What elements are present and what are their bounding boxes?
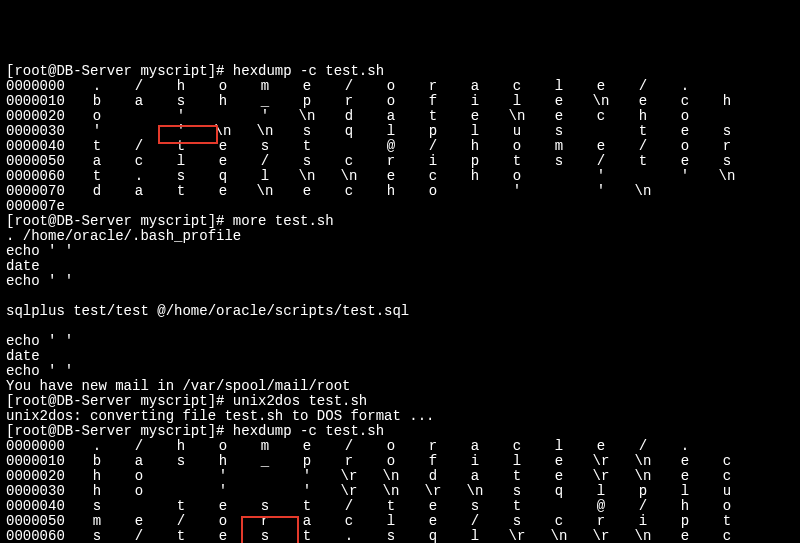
hex-char: ' [286,469,328,484]
hex-char: ' [76,124,118,139]
hex-char: \n [454,484,496,499]
hex-char: / [622,79,664,94]
hex-char: / [580,154,622,169]
hex-char: c [118,154,160,169]
hex-char: \n [370,484,412,499]
hex-char: ' [664,169,706,184]
hexdump-row: 0000030''\n\nsqlplustes [6,124,794,139]
hex-char: c [580,109,622,124]
hex-char: s [496,484,538,499]
hex-chars: ''\n\nsqlplustes [76,123,748,139]
hex-char: h [202,94,244,109]
hex-char: f [412,94,454,109]
hex-char: \r [580,469,622,484]
hex-char: e [202,154,244,169]
hex-address: 0000030 [6,124,76,139]
hex-char: e [370,169,412,184]
hex-char: e [412,499,454,514]
hex-char: f [412,454,454,469]
hex-char: q [202,169,244,184]
hexdump-row: 0000040stest/test@/ho [6,499,794,514]
hex-chars: bash_profile\r\nec [76,453,748,469]
hex-char: . [118,169,160,184]
hex-char: . [76,79,118,94]
hex-char: h [76,469,118,484]
hex-char: r [706,139,748,154]
hex-char: i [454,454,496,469]
script-line: sqlplus test/test @/home/oracle/scripts/… [6,304,794,319]
hex-char: o [496,139,538,154]
hex-chars: t/test@/home/or [76,138,748,154]
hex-char: e [538,469,580,484]
hex-char: ' [202,469,244,484]
hex-chars: ./home/oracle/. [76,78,706,94]
hex-char: l [454,124,496,139]
hex-char: i [454,94,496,109]
hex-char: l [580,484,622,499]
hex-char: / [244,154,286,169]
hex-char: e [286,79,328,94]
hex-char: h [622,109,664,124]
hex-char: s [244,139,286,154]
hex-char: t [496,469,538,484]
hex-char: e [286,184,328,199]
mail-notice: You have new mail in /var/spool/mail/roo… [6,379,794,394]
hex-address: 0000000 [6,439,76,454]
hex-char: h [160,79,202,94]
hexdump-row: 0000050acle/scripts/tes [6,154,794,169]
hex-char: . [76,439,118,454]
hex-char: e [202,529,244,543]
hex-char: e [538,94,580,109]
hex-char: / [118,529,160,543]
hex-char: r [370,154,412,169]
hex-char: o [370,439,412,454]
hex-char: p [286,454,328,469]
hex-char: t [76,139,118,154]
hex-char: / [622,499,664,514]
hex-char: t [496,499,538,514]
hex-char: . [328,529,370,543]
hex-address: 0000010 [6,94,76,109]
hex-char: o [370,79,412,94]
hex-address: 0000060 [6,169,76,184]
hex-chars: me/oracle/script [76,513,748,529]
hex-char: t [286,499,328,514]
hex-char: m [244,439,286,454]
hex-char: c [706,469,748,484]
hex-char: l [496,454,538,469]
hex-char: \r [580,529,622,543]
hexdump-row: 0000020ho''\r\ndate\r\nec [6,469,794,484]
hex-char: \n [622,184,664,199]
hex-char: . [664,79,706,94]
script-line: date [6,259,794,274]
hexdump-row: 0000010bash_profile\r\nec [6,454,794,469]
hex-char: _ [244,94,286,109]
hex-char: o [370,454,412,469]
hex-char: a [118,454,160,469]
hex-char: @ [580,499,622,514]
hex-char: i [412,154,454,169]
hex-char: / [454,514,496,529]
hex-char: l [538,439,580,454]
hexdump-row: 000007e [6,199,794,214]
hex-char: r [328,94,370,109]
hex-char: d [412,469,454,484]
hex-char: t [370,499,412,514]
hex-char: e [202,499,244,514]
hex-char: h [706,94,748,109]
hex-char: ' [496,184,538,199]
hex-char: l [160,154,202,169]
hex-char: t [622,154,664,169]
hex-char: \n [622,529,664,543]
hex-char: h [664,499,706,514]
hex-char: a [118,94,160,109]
hex-chars: ho''\r\ndate\r\nec [76,468,748,484]
hex-char: h [370,184,412,199]
hex-char: c [706,529,748,543]
hex-char: t [496,154,538,169]
hex-char: o [118,469,160,484]
hex-char: h [160,439,202,454]
hex-char: o [76,109,118,124]
hex-char: \n [496,109,538,124]
hex-char: s [160,454,202,469]
